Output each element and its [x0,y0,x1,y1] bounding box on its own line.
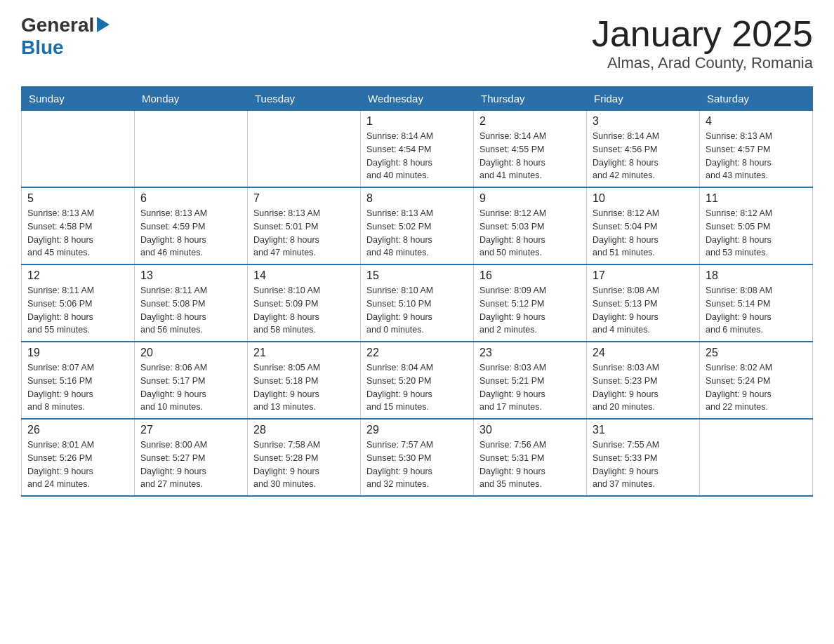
day-info: Sunrise: 8:01 AM Sunset: 5:26 PM Dayligh… [27,438,128,491]
title-block: January 2025 Almas, Arad County, Romania [592,14,813,72]
day-info: Sunrise: 7:56 AM Sunset: 5:31 PM Dayligh… [479,438,581,491]
day-number: 7 [253,192,355,205]
header-monday: Monday [135,87,248,111]
calendar-cell: 9Sunrise: 8:12 AM Sunset: 5:03 PM Daylig… [474,187,587,264]
day-number: 12 [27,269,128,282]
day-number: 4 [706,115,807,128]
day-info: Sunrise: 8:14 AM Sunset: 4:55 PM Dayligh… [479,130,581,182]
day-number: 1 [366,115,468,128]
calendar-cell: 23Sunrise: 8:03 AM Sunset: 5:21 PM Dayli… [474,342,587,419]
day-number: 27 [140,424,241,436]
week-row-1: 1Sunrise: 8:14 AM Sunset: 4:54 PM Daylig… [22,111,813,188]
day-info: Sunrise: 8:06 AM Sunset: 5:17 PM Dayligh… [140,361,241,414]
day-number: 23 [479,347,581,359]
calendar-cell: 14Sunrise: 8:10 AM Sunset: 5:09 PM Dayli… [248,264,361,342]
day-info: Sunrise: 8:12 AM Sunset: 5:03 PM Dayligh… [479,207,581,260]
day-info: Sunrise: 8:13 AM Sunset: 4:59 PM Dayligh… [140,207,241,260]
logo-arrow-icon [97,17,110,35]
calendar-cell: 13Sunrise: 8:11 AM Sunset: 5:08 PM Dayli… [135,264,248,342]
day-number: 26 [27,424,128,436]
calendar-cell: 4Sunrise: 8:13 AM Sunset: 4:57 PM Daylig… [700,111,813,188]
calendar-cell: 19Sunrise: 8:07 AM Sunset: 5:16 PM Dayli… [22,342,135,419]
day-number: 9 [479,192,581,205]
logo-blue-text: Blue [21,36,64,58]
logo-general-text: General [21,14,94,36]
calendar-cell: 12Sunrise: 8:11 AM Sunset: 5:06 PM Dayli… [22,264,135,342]
day-info: Sunrise: 8:14 AM Sunset: 4:56 PM Dayligh… [593,130,694,182]
calendar-cell: 1Sunrise: 8:14 AM Sunset: 4:54 PM Daylig… [361,111,474,188]
day-info: Sunrise: 8:13 AM Sunset: 4:58 PM Dayligh… [27,207,128,260]
page-header: General Blue January 2025 Almas, Arad Co… [21,14,813,72]
calendar-cell: 31Sunrise: 7:55 AM Sunset: 5:33 PM Dayli… [587,419,700,496]
day-number: 18 [706,269,807,282]
page-title: January 2025 [592,14,813,54]
day-number: 20 [140,347,241,359]
day-number: 6 [140,192,241,205]
day-info: Sunrise: 7:58 AM Sunset: 5:28 PM Dayligh… [253,438,355,491]
calendar-cell: 21Sunrise: 8:05 AM Sunset: 5:18 PM Dayli… [248,342,361,419]
page-subtitle: Almas, Arad County, Romania [592,54,813,72]
header-tuesday: Tuesday [248,87,361,111]
day-info: Sunrise: 8:10 AM Sunset: 5:10 PM Dayligh… [366,284,468,337]
calendar-cell: 3Sunrise: 8:14 AM Sunset: 4:56 PM Daylig… [587,111,700,188]
calendar-cell: 7Sunrise: 8:13 AM Sunset: 5:01 PM Daylig… [248,187,361,264]
day-number: 11 [706,192,807,205]
day-info: Sunrise: 8:09 AM Sunset: 5:12 PM Dayligh… [479,284,581,337]
calendar-cell: 18Sunrise: 8:08 AM Sunset: 5:14 PM Dayli… [700,264,813,342]
calendar-cell [700,419,813,496]
calendar-cell [248,111,361,188]
day-info: Sunrise: 8:04 AM Sunset: 5:20 PM Dayligh… [366,361,468,414]
day-info: Sunrise: 8:00 AM Sunset: 5:27 PM Dayligh… [140,438,241,491]
day-info: Sunrise: 8:03 AM Sunset: 5:21 PM Dayligh… [479,361,581,414]
header-wednesday: Wednesday [361,87,474,111]
calendar-header: SundayMondayTuesdayWednesdayThursdayFrid… [22,87,813,111]
calendar-cell: 28Sunrise: 7:58 AM Sunset: 5:28 PM Dayli… [248,419,361,496]
week-row-5: 26Sunrise: 8:01 AM Sunset: 5:26 PM Dayli… [22,419,813,496]
day-info: Sunrise: 8:05 AM Sunset: 5:18 PM Dayligh… [253,361,355,414]
calendar-cell: 25Sunrise: 8:02 AM Sunset: 5:24 PM Dayli… [700,342,813,419]
header-friday: Friday [587,87,700,111]
calendar-cell: 5Sunrise: 8:13 AM Sunset: 4:58 PM Daylig… [22,187,135,264]
calendar-cell: 8Sunrise: 8:13 AM Sunset: 5:02 PM Daylig… [361,187,474,264]
day-info: Sunrise: 8:03 AM Sunset: 5:23 PM Dayligh… [593,361,694,414]
calendar-cell [135,111,248,188]
calendar-cell: 2Sunrise: 8:14 AM Sunset: 4:55 PM Daylig… [474,111,587,188]
calendar-cell: 22Sunrise: 8:04 AM Sunset: 5:20 PM Dayli… [361,342,474,419]
calendar-cell [22,111,135,188]
calendar-cell: 16Sunrise: 8:09 AM Sunset: 5:12 PM Dayli… [474,264,587,342]
day-number: 30 [479,424,581,436]
header-saturday: Saturday [700,87,813,111]
day-number: 3 [593,115,694,128]
calendar-cell: 10Sunrise: 8:12 AM Sunset: 5:04 PM Dayli… [587,187,700,264]
calendar-cell: 27Sunrise: 8:00 AM Sunset: 5:27 PM Dayli… [135,419,248,496]
week-row-2: 5Sunrise: 8:13 AM Sunset: 4:58 PM Daylig… [22,187,813,264]
day-info: Sunrise: 8:13 AM Sunset: 5:02 PM Dayligh… [366,207,468,260]
day-info: Sunrise: 7:55 AM Sunset: 5:33 PM Dayligh… [593,438,694,491]
day-info: Sunrise: 7:57 AM Sunset: 5:30 PM Dayligh… [366,438,468,491]
day-number: 14 [253,269,355,282]
header-sunday: Sunday [22,87,135,111]
day-info: Sunrise: 8:11 AM Sunset: 5:08 PM Dayligh… [140,284,241,337]
day-number: 15 [366,269,468,282]
week-row-4: 19Sunrise: 8:07 AM Sunset: 5:16 PM Dayli… [22,342,813,419]
day-info: Sunrise: 8:13 AM Sunset: 5:01 PM Dayligh… [253,207,355,260]
calendar-cell: 17Sunrise: 8:08 AM Sunset: 5:13 PM Dayli… [587,264,700,342]
calendar-table: SundayMondayTuesdayWednesdayThursdayFrid… [21,86,813,497]
svg-marker-0 [97,17,110,32]
day-number: 24 [593,347,694,359]
day-number: 2 [479,115,581,128]
logo: General Blue [21,14,110,59]
day-number: 10 [593,192,694,205]
calendar-cell: 15Sunrise: 8:10 AM Sunset: 5:10 PM Dayli… [361,264,474,342]
day-number: 28 [253,424,355,436]
day-info: Sunrise: 8:13 AM Sunset: 4:57 PM Dayligh… [706,130,807,182]
day-info: Sunrise: 8:14 AM Sunset: 4:54 PM Dayligh… [366,130,468,182]
day-info: Sunrise: 8:07 AM Sunset: 5:16 PM Dayligh… [27,361,128,414]
day-number: 13 [140,269,241,282]
day-info: Sunrise: 8:08 AM Sunset: 5:13 PM Dayligh… [593,284,694,337]
day-number: 31 [593,424,694,436]
day-number: 22 [366,347,468,359]
header-thursday: Thursday [474,87,587,111]
calendar-cell: 26Sunrise: 8:01 AM Sunset: 5:26 PM Dayli… [22,419,135,496]
day-number: 19 [27,347,128,359]
